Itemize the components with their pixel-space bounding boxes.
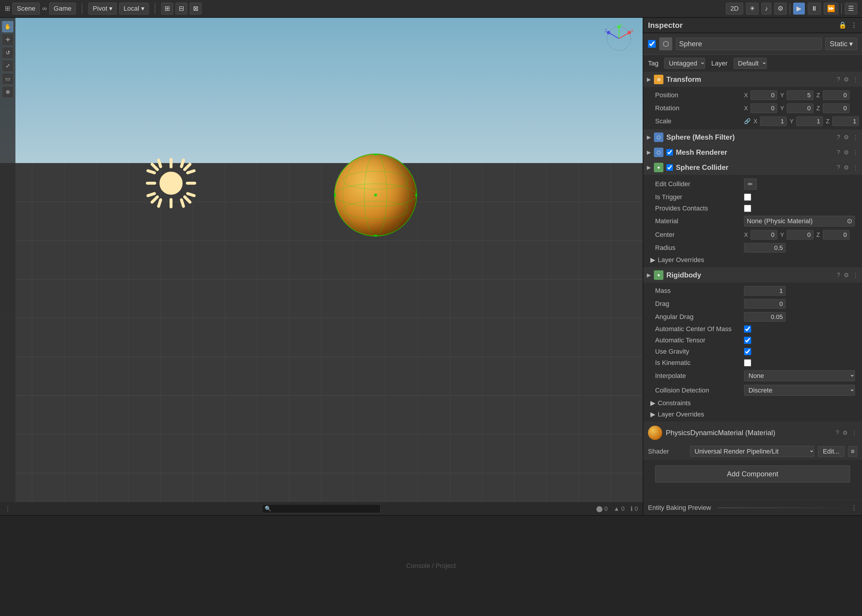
step-btn[interactable]: ⏩ xyxy=(824,3,838,14)
center-y-input[interactable] xyxy=(787,230,813,239)
layout-btn-2[interactable]: ⊟ xyxy=(176,3,187,14)
rigidbody-settings-icon[interactable]: ⚙ xyxy=(844,272,849,279)
tool-move[interactable]: ✛ xyxy=(2,34,14,46)
angular-drag-input[interactable] xyxy=(744,312,785,322)
angular-drag-value xyxy=(744,312,855,322)
transform-header[interactable]: ▶ ⊕ Transform ? ⚙ ⋮ xyxy=(643,72,862,87)
static-btn[interactable]: Static ▾ xyxy=(825,38,857,50)
collider-material-pick-icon[interactable]: ⊙ xyxy=(847,217,852,225)
shader-select[interactable]: Universal Render Pipeline/Lit xyxy=(690,446,814,457)
lighting-btn[interactable]: ☀ xyxy=(746,3,758,14)
sphere-collider-more-icon[interactable]: ⋮ xyxy=(853,164,859,171)
pause-btn[interactable]: ⏸ xyxy=(808,3,821,14)
2d-btn[interactable]: 2D xyxy=(726,3,743,14)
interpolate-select[interactable]: None Interpolate Extrapolate xyxy=(744,370,855,381)
svg-line-38 xyxy=(185,164,190,170)
auto-center-checkbox[interactable] xyxy=(744,325,751,333)
center-z-input[interactable] xyxy=(823,230,849,239)
rotation-y-input[interactable] xyxy=(787,104,813,113)
collider-layer-overrides[interactable]: ▶ Layer Overrides xyxy=(643,255,862,266)
tag-select[interactable]: Untagged xyxy=(664,58,705,69)
rigidbody-help-icon[interactable]: ? xyxy=(837,272,840,279)
tool-scale[interactable]: ⤢ xyxy=(2,60,14,72)
layer-select[interactable]: Default xyxy=(734,58,767,69)
add-component-btn[interactable]: Add Component xyxy=(655,465,850,482)
tool-transform[interactable]: ⊕ xyxy=(2,86,14,98)
rotation-x-input[interactable] xyxy=(751,104,777,113)
scale-x-input[interactable] xyxy=(760,116,787,126)
scale-y-input[interactable] xyxy=(796,116,823,126)
viewport-menu-btn[interactable]: ⋮ xyxy=(595,20,601,27)
angular-drag-label: Angular Drag xyxy=(655,313,744,321)
constraints-toggle[interactable]: ▶ Constraints xyxy=(643,398,862,409)
local-btn[interactable]: Local ▾ xyxy=(119,3,149,14)
mesh-renderer-more-icon[interactable]: ⋮ xyxy=(853,149,859,156)
rigidbody-arrow: ▶ xyxy=(647,272,651,278)
sphere-collider-help-icon[interactable]: ? xyxy=(837,164,840,171)
viewport-canvas[interactable]: ✋ ✛ ↺ ⤢ ▭ ⊕ X Y xyxy=(0,18,643,502)
is-kinematic-checkbox[interactable] xyxy=(744,359,751,366)
play-btn[interactable]: ▶ xyxy=(793,3,805,14)
mesh-renderer-checkbox[interactable] xyxy=(666,149,673,156)
sphere-collider-settings-icon[interactable]: ⚙ xyxy=(844,164,849,171)
game-tab-btn[interactable]: Game xyxy=(49,3,76,14)
mesh-renderer-header[interactable]: ▶ ⬡ Mesh Renderer ? ⚙ ⋮ xyxy=(643,145,862,160)
object-active-checkbox[interactable] xyxy=(648,40,656,48)
shader-more-btn[interactable]: ≡ xyxy=(848,446,857,457)
rigidbody-header[interactable]: ▶ ● Rigidbody ? ⚙ ⋮ xyxy=(643,268,862,283)
physics-mat-help-icon[interactable]: ? xyxy=(835,429,839,436)
position-z-input[interactable] xyxy=(823,90,849,100)
object-name-input[interactable]: Sphere xyxy=(676,38,822,50)
collider-radius-input[interactable] xyxy=(744,243,785,253)
shader-row: Shader Universal Render Pipeline/Lit Edi… xyxy=(643,443,862,459)
scale-link-icon[interactable]: 🔗 xyxy=(744,118,751,124)
status-search[interactable]: 🔍 xyxy=(262,504,381,513)
use-gravity-checkbox[interactable] xyxy=(744,348,751,355)
tool-rect[interactable]: ▭ xyxy=(2,73,14,85)
provides-contacts-checkbox[interactable] xyxy=(744,205,751,212)
physics-mat-settings-icon[interactable]: ⚙ xyxy=(842,429,848,436)
center-x-input[interactable] xyxy=(751,230,777,239)
layout-btn-1[interactable]: ⊞ xyxy=(161,3,173,14)
physics-mat-more-icon[interactable]: ⋮ xyxy=(851,429,857,436)
collision-detection-select[interactable]: Discrete Continuous Continuous Dynamic C… xyxy=(744,385,855,396)
pivot-btn[interactable]: Pivot ▾ xyxy=(88,3,117,14)
scene-tab-btn[interactable]: Scene xyxy=(13,3,40,14)
rigidbody-layer-overrides[interactable]: ▶ Layer Overrides xyxy=(643,409,862,420)
status-dots-btn[interactable]: ⋮ xyxy=(5,505,11,512)
is-trigger-checkbox[interactable] xyxy=(744,193,751,201)
mesh-filter-more-icon[interactable]: ⋮ xyxy=(853,134,859,141)
inspector-more-icon[interactable]: ⋮ xyxy=(851,21,857,29)
mesh-filter-header[interactable]: ▶ ⬡ Sphere (Mesh Filter) ? ⚙ ⋮ xyxy=(643,130,862,145)
scale-z-input[interactable] xyxy=(832,116,859,126)
mesh-renderer-help-icon[interactable]: ? xyxy=(837,149,840,156)
drag-input[interactable] xyxy=(744,299,785,309)
sphere-collider-header[interactable]: ▶ ● Sphere Collider ? ⚙ ⋮ xyxy=(643,160,862,175)
layout-btn-3[interactable]: ⊠ xyxy=(190,3,202,14)
mesh-filter-settings-icon[interactable]: ⚙ xyxy=(844,134,849,141)
mesh-filter-help-icon[interactable]: ? xyxy=(837,134,840,141)
rotation-z-input[interactable] xyxy=(823,104,849,113)
sphere-collider-checkbox[interactable] xyxy=(666,164,673,171)
settings-btn[interactable]: ☰ xyxy=(845,3,857,14)
position-y-input[interactable] xyxy=(787,90,813,100)
entity-baking-more-icon[interactable]: ⋮ xyxy=(851,504,857,512)
position-x-input[interactable] xyxy=(751,90,777,100)
transform-more-icon[interactable]: ⋮ xyxy=(853,76,859,83)
auto-tensor-checkbox[interactable] xyxy=(744,337,751,344)
tool-hand[interactable]: ✋ xyxy=(2,21,14,33)
fx-btn[interactable]: ⚙ xyxy=(774,3,787,14)
audio-btn[interactable]: ♪ xyxy=(762,3,771,14)
rigidbody-more-icon[interactable]: ⋮ xyxy=(853,272,859,279)
transform-settings-icon[interactable]: ⚙ xyxy=(844,76,849,83)
mass-input[interactable] xyxy=(744,286,785,295)
sphere-object[interactable] xyxy=(334,154,417,237)
tool-rotate[interactable]: ↺ xyxy=(2,47,14,59)
collider-material-field[interactable]: None (Physic Material) ⊙ xyxy=(744,216,855,226)
shader-edit-btn[interactable]: Edit... xyxy=(818,446,845,457)
inspector-lock-icon[interactable]: 🔒 xyxy=(838,21,846,29)
edit-collider-btn[interactable]: ✏ xyxy=(744,178,757,190)
transform-help-icon[interactable]: ? xyxy=(837,76,840,83)
gizmo[interactable]: X Y Z xyxy=(604,24,634,53)
mesh-renderer-settings-icon[interactable]: ⚙ xyxy=(844,149,849,156)
